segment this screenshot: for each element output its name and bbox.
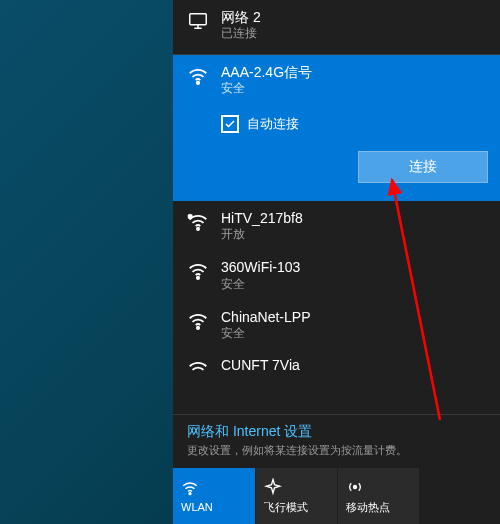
network-status: 开放 bbox=[221, 227, 303, 243]
tile-hotspot[interactable]: 移动热点 bbox=[337, 468, 419, 524]
network-name: 360WiFi-103 bbox=[221, 258, 300, 276]
ethernet-name: 网络 2 bbox=[221, 8, 261, 26]
selected-network-item[interactable]: AAA-2.4G信号 安全 bbox=[173, 55, 500, 105]
network-item[interactable]: 360WiFi-103 安全 bbox=[173, 250, 500, 300]
selected-network-name: AAA-2.4G信号 bbox=[221, 63, 312, 81]
svg-point-5 bbox=[189, 493, 191, 495]
settings-title: 网络和 Internet 设置 bbox=[187, 423, 486, 441]
ethernet-item[interactable]: 网络 2 已连接 bbox=[173, 0, 500, 55]
network-name: CUNFT 7Via bbox=[221, 356, 300, 372]
network-flyout: 网络 2 已连接 AAA-2.4G信号 安全 自动连接 连接 bbox=[173, 0, 500, 524]
tile-label: 飞行模式 bbox=[264, 500, 308, 515]
network-item[interactable]: CUNFT 7Via bbox=[173, 350, 500, 372]
wifi-icon bbox=[187, 65, 209, 87]
selected-network-status: 安全 bbox=[221, 81, 312, 97]
connect-button-row: 连接 bbox=[173, 139, 500, 201]
airplane-icon bbox=[264, 478, 282, 496]
network-item[interactable]: HiTV_217bf8 开放 bbox=[173, 201, 500, 251]
wifi-icon bbox=[187, 358, 209, 372]
svg-rect-0 bbox=[190, 14, 207, 25]
ethernet-icon bbox=[187, 10, 209, 32]
quick-action-tiles: WLAN 飞行模式 移动热点 bbox=[173, 468, 500, 524]
auto-connect-row[interactable]: 自动连接 bbox=[173, 105, 500, 139]
network-name: HiTV_217bf8 bbox=[221, 209, 303, 227]
svg-point-1 bbox=[197, 81, 199, 83]
auto-connect-label: 自动连接 bbox=[247, 115, 299, 133]
wifi-icon bbox=[187, 310, 209, 332]
svg-point-2 bbox=[197, 227, 199, 229]
svg-point-3 bbox=[197, 277, 199, 279]
tile-label: 移动热点 bbox=[346, 500, 390, 515]
connect-button[interactable]: 连接 bbox=[358, 151, 488, 183]
tile-label: WLAN bbox=[181, 501, 213, 513]
wifi-open-shield-icon bbox=[187, 211, 209, 233]
network-status: 安全 bbox=[221, 326, 311, 342]
svg-point-6 bbox=[354, 485, 357, 488]
wifi-icon bbox=[181, 479, 199, 497]
hotspot-icon bbox=[346, 478, 364, 496]
network-status: 安全 bbox=[221, 277, 300, 293]
tile-airplane[interactable]: 飞行模式 bbox=[255, 468, 337, 524]
network-item[interactable]: ChinaNet-LPP 安全 bbox=[173, 300, 500, 350]
wifi-icon bbox=[187, 260, 209, 282]
network-list: 网络 2 已连接 AAA-2.4G信号 安全 自动连接 连接 bbox=[173, 0, 500, 414]
settings-subtitle: 更改设置，例如将某连接设置为按流量计费。 bbox=[187, 443, 486, 458]
auto-connect-checkbox[interactable] bbox=[221, 115, 239, 133]
network-name: ChinaNet-LPP bbox=[221, 308, 311, 326]
ethernet-status: 已连接 bbox=[221, 26, 261, 42]
network-settings-link[interactable]: 网络和 Internet 设置 更改设置，例如将某连接设置为按流量计费。 bbox=[173, 414, 500, 468]
tile-wlan[interactable]: WLAN bbox=[173, 468, 255, 524]
svg-point-4 bbox=[197, 327, 199, 329]
